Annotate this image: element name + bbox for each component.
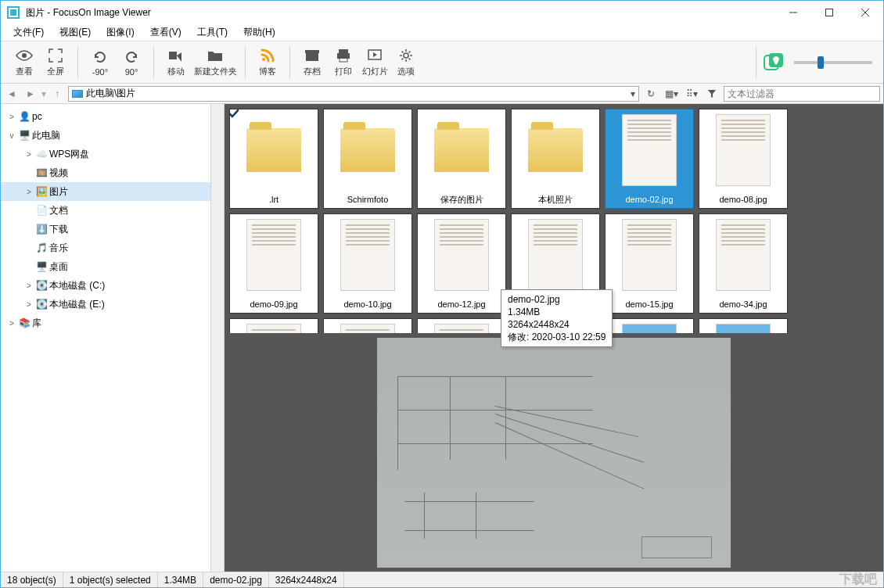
thumbnail[interactable]: demo-57.jpg [323,318,412,333]
close-button[interactable] [847,1,883,24]
thumbnail[interactable]: demo-34.jpg [699,213,788,314]
preview-image [377,338,731,568]
rotate-ccw-icon [92,48,109,66]
tree-item[interactable]: >💽本地磁盘 (C:) [1,276,224,295]
svg-rect-9 [337,53,350,59]
menu-image[interactable]: 图像(I) [100,24,140,41]
tooltip-name: demo-02.jpg [508,293,606,306]
options-button[interactable]: 选项 [390,45,422,79]
desktop-icon: 🖥️ [35,260,48,273]
new-folder-icon [207,47,224,64]
thumbnail[interactable] [605,318,694,333]
thumbnail[interactable]: demo-02.jpg [605,109,694,209]
nav-up-button[interactable]: ↑ [49,86,65,102]
rotate-ccw-button[interactable]: -90° [84,47,116,78]
thumbnail[interactable]: demo-09.jpg [229,213,318,314]
menu-help[interactable]: 帮助(H) [237,24,282,41]
menu-tools[interactable]: 工具(T) [191,24,234,41]
tree-item[interactable]: 🎵音乐 [1,238,224,257]
refresh-button[interactable]: ↻ [642,86,659,102]
thumbnail[interactable]: Schirmfoto [323,109,412,209]
thumbnail[interactable]: demo-62.jpg [417,318,506,333]
move-button[interactable]: 移动 [160,45,192,79]
slideshow-button[interactable]: 幻灯片 [359,45,390,79]
doc-icon: 📄 [35,204,48,217]
tree-item[interactable]: 📄文档 [1,201,224,220]
window-title: 图片 - FocusOn Image Viewer [26,6,775,20]
address-path: 此电脑\图片 [86,87,135,100]
music-icon: 🎵 [35,242,48,254]
tooltip: demo-02.jpg 1.34MB 3264x2448x24 修改: 2020… [501,289,613,347]
svg-point-5 [262,58,265,61]
minimize-button[interactable] [775,1,811,24]
thumbnail[interactable]: .lrt [229,109,318,209]
rss-icon [259,47,276,64]
status-dims: 3264x2448x24 [269,572,344,587]
svg-rect-1 [826,9,833,16]
gear-icon [397,47,415,64]
status-file: demo-02.jpg [203,572,269,587]
app-icon [7,6,20,19]
blog-button[interactable]: 博客 [252,45,283,79]
menu-file[interactable]: 文件(F) [7,24,50,41]
thumbnail[interactable]: demo-12.jpg [417,213,506,314]
menu-browse[interactable]: 查看(V) [144,24,188,41]
tree-item[interactable]: >👤pc [1,107,224,126]
preview-pane[interactable] [225,333,883,572]
download-icon: ⬇️ [35,223,48,235]
menubar: 文件(F) 视图(E) 图像(I) 查看(V) 工具(T) 帮助(H) [1,24,883,41]
nav-back-button[interactable]: ◄ [4,86,20,102]
thumbnail[interactable] [699,318,788,333]
fullscreen-button[interactable]: 全屏 [40,45,71,79]
menu-view[interactable]: 视图(E) [53,24,97,41]
maximize-button[interactable] [811,1,847,24]
svg-point-4 [22,53,27,58]
folder-tree[interactable]: >👤pcv🖥️此电脑>☁️WPS网盘🎞️视频>🖼️图片📄文档⬇️下载🎵音乐🖥️桌… [1,104,225,572]
eye-icon [16,47,33,64]
sort-button[interactable]: ⠿▾ [683,86,700,102]
lib-icon: 📚 [18,317,31,329]
thumbnail[interactable]: 本机照片 [511,109,600,209]
thumbnail[interactable]: 保存的图片 [417,109,506,209]
monitor-icon: 🖥️ [18,129,31,142]
tree-item[interactable]: >💽本地磁盘 (E:) [1,295,224,314]
tree-item[interactable]: >📚库 [1,314,224,332]
disk-icon: 💽 [35,298,48,310]
filter-button[interactable] [703,86,720,102]
svg-rect-7 [305,50,319,53]
status-count: 18 object(s) [1,572,63,587]
tree-item[interactable]: >🖼️图片 [1,182,224,201]
view-mode-button[interactable]: ▦▾ [663,86,680,102]
status-bar: 18 object(s) 1 object(s) selected 1.34MB… [1,572,883,587]
new-folder-button[interactable]: 新建文件夹 [192,45,239,79]
archive-button[interactable]: 存档 [296,45,328,79]
rating-icon[interactable] [760,52,788,74]
tooltip-size: 1.34MB [508,306,606,318]
tree-item[interactable]: 🖥️桌面 [1,257,224,276]
thumbnail[interactable]: demo-10.jpg [323,213,412,314]
archive-icon [304,47,321,64]
disk-icon: 💽 [35,279,48,292]
thumbnail[interactable]: demo-15.jpg [605,213,694,314]
tree-item[interactable]: 🎞️视频 [1,163,224,182]
thumbnail[interactable]: demo-08.jpg [699,109,788,209]
tree-item[interactable]: >☁️WPS网盘 [1,145,224,163]
svg-rect-8 [339,49,348,53]
filter-input[interactable] [724,86,880,102]
tree-item[interactable]: v🖥️此电脑 [1,126,224,145]
address-input[interactable]: 此电脑\图片 ▾ [68,86,639,102]
picture-icon: 🖼️ [35,185,48,198]
view-button[interactable]: 查看 [9,45,40,79]
nav-forward-button[interactable]: ► [23,86,38,102]
cloud-icon: ☁️ [35,148,48,160]
rotate-cw-button[interactable]: 90° [116,47,147,78]
zoom-slider[interactable] [794,61,872,64]
tree-item[interactable]: ⬇️下载 [1,220,224,238]
watermark: 下载吧 [839,572,883,588]
slideshow-icon [366,47,383,64]
folder-icon [72,90,83,98]
print-button[interactable]: 打印 [328,45,359,79]
tooltip-dims: 3264x2448x24 [508,318,606,331]
thumbnail[interactable]: demo-42.jpg [229,318,318,333]
address-bar: ◄ ► ▾ ↑ 此电脑\图片 ▾ ↻ ▦▾ ⠿▾ [1,84,883,104]
